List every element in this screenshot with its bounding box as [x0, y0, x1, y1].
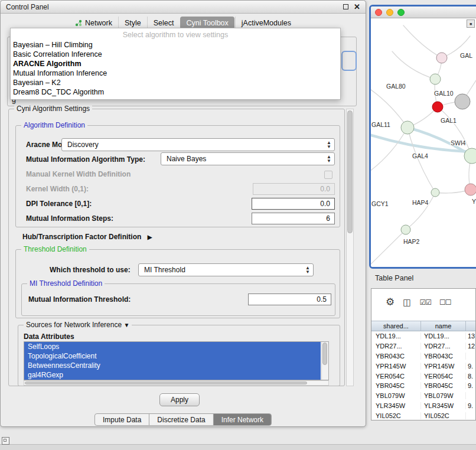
- table-row[interactable]: YBR043CYBR043C: [371, 351, 475, 361]
- bottom-strip: [0, 444, 476, 450]
- tab-discretize-data[interactable]: Discretize Data: [149, 414, 213, 425]
- table-cell: YER054C: [421, 373, 466, 380]
- settings-scrollbar[interactable]: [346, 109, 354, 386]
- tab-infer-network[interactable]: Infer Network: [213, 414, 271, 425]
- settings-scrollbar-thumb[interactable]: [347, 110, 353, 233]
- expand-arrow-icon[interactable]: ▶: [148, 234, 152, 240]
- mi-threshold-field[interactable]: 0.5: [248, 294, 331, 305]
- minimized-panel-icon[interactable]: [2, 437, 9, 445]
- group-title: Cyni Algorithm Settings: [14, 105, 92, 113]
- network-tab-icon: [75, 19, 82, 27]
- field-value: 0.5: [317, 295, 327, 304]
- algorithm-help-button[interactable]: [341, 51, 357, 71]
- desktop: Control Panel ✕ Network Style: [0, 0, 476, 450]
- combo-value: MI Threshold: [144, 266, 185, 274]
- network-canvas[interactable]: GALGAL80GAL10GAL11GAL1SWI4GAL4GCY1HAP4YH…: [371, 18, 476, 267]
- table-cell: YBL079W: [371, 392, 421, 399]
- network-node[interactable]: [465, 184, 476, 195]
- manual-kernel-width-label: Manual Kernel Width Definition: [26, 170, 131, 178]
- minimize-traffic-light[interactable]: [386, 9, 393, 16]
- table-row[interactable]: YLR345WYLR345W9.: [371, 401, 475, 411]
- deselect-all-checkboxes-icon[interactable]: ☐☐: [439, 298, 451, 306]
- kernel-width-field[interactable]: 0.0: [253, 183, 335, 195]
- close-icon[interactable]: ✕: [354, 3, 360, 11]
- float-window-icon[interactable]: [343, 4, 348, 9]
- settings-gear-icon[interactable]: ⚙: [386, 296, 395, 308]
- table-row[interactable]: YIL052CYIL052C: [371, 410, 475, 420]
- algorithm-option[interactable]: Mutual Information Inference: [11, 69, 340, 78]
- network-node[interactable]: [401, 225, 410, 234]
- column-selector-icon[interactable]: ◫: [403, 297, 411, 308]
- tab-label: Select: [154, 19, 174, 27]
- table-row[interactable]: YBR045CYBR045C9.: [371, 381, 475, 391]
- attribute-list-item[interactable]: TopologicalCoefficient: [24, 351, 321, 361]
- network-node[interactable]: [432, 102, 443, 112]
- mi-steps-field[interactable]: 6: [252, 213, 335, 224]
- combo-value: Naive Bayes: [167, 155, 206, 163]
- network-node[interactable]: [401, 121, 414, 134]
- table-header-name[interactable]: name: [421, 321, 466, 331]
- algorithm-option[interactable]: Bayesian – K2: [11, 78, 340, 87]
- table-cell: YBR045C: [421, 382, 466, 389]
- birdseye-toggle-button[interactable]: ■: [467, 19, 475, 28]
- hub-definition-label: Hub/Transcription Factor Definition: [22, 233, 141, 241]
- table-cell: YBR045C: [371, 382, 421, 389]
- table-cell: 9.: [466, 363, 475, 370]
- table-row[interactable]: YDL19...YDL19...13: [371, 331, 475, 341]
- algorithm-option[interactable]: ARACNE Algorithm: [11, 59, 340, 69]
- manual-kernel-checkbox[interactable]: [324, 171, 332, 179]
- table-row[interactable]: YER054CYER054C8.: [371, 371, 475, 381]
- table-row[interactable]: YDR27...YDR27...12: [371, 341, 475, 351]
- network-node[interactable]: [436, 53, 447, 63]
- aracne-mode-combo[interactable]: Discovery ▲▼: [61, 138, 335, 151]
- network-edge: [406, 193, 435, 230]
- table-header-clipped[interactable]: [466, 321, 475, 331]
- algorithm-option[interactable]: Basic Correlation Inference: [11, 50, 340, 59]
- attributes-scrollbar[interactable]: [321, 342, 328, 380]
- data-attributes-list-items: SelfLoopsTopologicalCoefficientBetweenne…: [24, 342, 328, 380]
- algorithm-option[interactable]: Dream8 DC_TDC Algorithm: [11, 87, 340, 97]
- attributes-scrollbar-thumb[interactable]: [322, 343, 327, 365]
- attribute-list-item[interactable]: gal4RGexp: [24, 370, 321, 380]
- tab-impute-data[interactable]: Impute Data: [95, 414, 149, 425]
- table-row[interactable]: YBL079WYBL079W: [371, 391, 475, 401]
- zoom-traffic-light[interactable]: [397, 9, 405, 16]
- hub-definition-toggle[interactable]: Hub/Transcription Factor Definition ▶: [22, 233, 152, 241]
- table-cell: YIL052C: [371, 412, 421, 419]
- data-attributes-list[interactable]: SelfLoopsTopologicalCoefficientBetweenne…: [24, 341, 329, 380]
- algorithm-dropdown-list: Bayesian – Hill ClimbingBasic Correlatio…: [11, 40, 340, 97]
- network-window-titlebar: [371, 6, 476, 18]
- apply-button[interactable]: Apply: [159, 393, 200, 406]
- combo-stepper-icon: ▲▼: [305, 266, 310, 274]
- field-value: 6: [326, 214, 330, 223]
- collapse-arrow-icon[interactable]: ▼: [123, 322, 129, 328]
- node-label: GAL11: [371, 121, 390, 128]
- network-node[interactable]: [455, 94, 470, 109]
- attribute-list-item[interactable]: BetweennessCentrality: [24, 361, 321, 370]
- dpi-tolerance-field[interactable]: 0.0: [252, 198, 335, 210]
- table-cell: YIL052C: [421, 412, 466, 419]
- combo-stepper-icon: ▲▼: [327, 155, 331, 163]
- network-canvas-svg[interactable]: GALGAL80GAL10GAL11GAL1SWI4GAL4GCY1HAP4YH…: [371, 18, 476, 267]
- select-all-checkboxes-icon[interactable]: ☑☑: [419, 298, 431, 306]
- combo-value: Discovery: [67, 141, 99, 149]
- close-traffic-light[interactable]: [375, 9, 382, 16]
- mi-algorithm-type-combo[interactable]: Naive Bayes ▲▼: [161, 152, 335, 165]
- sources-toggle[interactable]: Sources for Network Inference ▼: [24, 321, 132, 330]
- table-cell: YPR145W: [371, 363, 421, 370]
- group-title: Algorithm Definition: [21, 121, 87, 130]
- group-title: Threshold Definition: [21, 245, 89, 254]
- table-panel-title: Table Panel: [375, 274, 413, 282]
- field-value: 0.0: [320, 200, 330, 208]
- attributes-hscrollbar[interactable]: [24, 380, 329, 386]
- table-toolbar: ⚙ ◫ ☑☑ ☐☐: [371, 296, 475, 308]
- which-threshold-combo[interactable]: MI Threshold ▲▼: [138, 263, 314, 276]
- attribute-list-item[interactable]: SelfLoops: [24, 342, 321, 351]
- network-node[interactable]: [431, 188, 439, 197]
- table-row[interactable]: YPR145WYPR145W9.: [371, 361, 475, 371]
- network-node[interactable]: [430, 74, 441, 84]
- node-label: Y: [472, 198, 476, 205]
- algorithm-option[interactable]: Bayesian – Hill Climbing: [11, 40, 340, 50]
- attributes-hscrollbar-thumb[interactable]: [25, 381, 307, 384]
- table-header-shared-name[interactable]: shared...: [371, 321, 421, 331]
